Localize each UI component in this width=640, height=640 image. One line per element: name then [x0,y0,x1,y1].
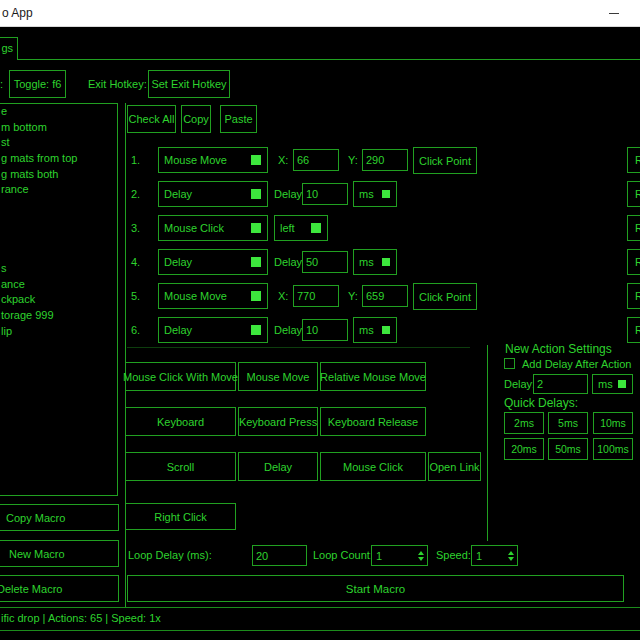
palette-button-keyboard-release[interactable]: Keyboard Release [320,407,426,436]
speed-label: Speed: [436,545,471,566]
delay-unit-dropdown[interactable]: ms [353,317,397,343]
delay-unit-dropdown[interactable]: ms [353,181,397,207]
quick-delay-button-10ms[interactable]: 10ms [593,412,633,434]
action-type-dropdown[interactable]: Mouse Move [158,283,268,309]
quick-delay-button-100ms[interactable]: 100ms [593,438,633,460]
delay-unit-dropdown-value: ms [359,188,374,200]
quick-delay-button-50ms[interactable]: 50ms [548,438,588,460]
palette-button-scroll[interactable]: Scroll [125,452,236,481]
dropdown-square-icon [251,257,261,267]
x-input[interactable] [293,149,339,171]
spin-down-icon[interactable] [508,557,514,561]
title-bar: o App [0,0,640,27]
delay-input[interactable] [302,251,348,273]
quick-delay-button-20ms[interactable]: 20ms [504,438,544,460]
new-macro-button[interactable]: New Macro [0,540,119,567]
settings-delay-label: Delay: [504,374,535,394]
palette-button-mouse-click-with-move[interactable]: Mouse Click With Move [125,362,236,391]
action-row-number: 2. [131,181,140,207]
speed-spinner[interactable]: 1 [471,545,518,566]
settings-delay-input[interactable] [533,374,588,394]
macro-list-item[interactable]: e [1,104,117,120]
delay-input[interactable] [302,183,348,205]
paste-button[interactable]: Paste [220,105,257,133]
check-all-button[interactable]: Check All [127,105,176,133]
palette-button-keyboard[interactable]: Keyboard [125,407,236,436]
action-type-dropdown[interactable]: Delay [158,181,268,207]
x-label: X: [278,147,288,173]
palette-button-mouse-move[interactable]: Mouse Move [238,362,318,391]
set-exit-hotkey-button[interactable]: Set Exit Hotkey [148,70,230,98]
palette-button-right-click[interactable]: Right Click [125,503,236,530]
action-row: 4.DelayDelaymsR [0,249,640,277]
start-macro-button[interactable]: Start Macro [127,575,624,602]
macro-list-item[interactable]: m bottom [1,120,117,136]
remove-button[interactable]: R [627,215,640,241]
delay-input[interactable] [302,319,348,341]
settings-unit-value: ms [598,378,613,390]
action-rows: 1.Mouse MoveX:Y:Click PointR2.DelayDelay… [0,141,640,346]
action-row-number: 5. [131,283,140,309]
action-type-dropdown[interactable]: Mouse Click [158,215,268,241]
action-type-dropdown[interactable]: Delay [158,317,268,343]
action-row: 2.DelayDelaymsR [0,181,640,209]
window-title: o App [2,0,33,27]
action-row-number: 4. [131,249,140,275]
spin-up-icon[interactable] [508,551,514,555]
dropdown-square-icon [251,325,261,335]
y-input[interactable] [362,149,408,171]
dropdown-square-icon [251,189,261,199]
delay-unit-dropdown[interactable]: ms [353,249,397,275]
remove-button[interactable]: R [627,317,640,343]
delete-macro-button[interactable]: Delete Macro [0,575,119,602]
tab-strip-line [0,59,640,60]
spin-down-icon[interactable] [418,557,424,561]
palette-button-delay[interactable]: Delay [238,452,318,481]
exit-hotkey-label: Exit Hotkey: [88,70,147,98]
delay-label: Delay [274,181,302,207]
copy-button[interactable]: Copy [181,105,211,133]
mouse-button-dropdown-value: left [280,222,295,234]
clipped-row-edge [127,347,470,348]
x-label: X: [278,283,288,309]
action-type-dropdown-value: Mouse Move [164,154,227,166]
toggle-hotkey-button[interactable]: Toggle: f6 [9,70,66,98]
quick-delay-button-2ms[interactable]: 2ms [504,412,544,434]
action-row: 5.Mouse MoveX:Y:Click PointR [0,283,640,311]
click-point-button[interactable]: Click Point [413,283,477,310]
action-row: 1.Mouse MoveX:Y:Click PointR [0,147,640,175]
hotkey-label-fragment: : [0,70,3,98]
remove-button[interactable]: R [627,147,640,173]
remove-button[interactable]: R [627,181,640,207]
click-point-button[interactable]: Click Point [413,147,477,174]
action-row-number: 1. [131,147,140,173]
palette-button-open-link[interactable]: Open Link [428,452,481,481]
palette-button-mouse-click[interactable]: Mouse Click [320,452,426,481]
settings-unit-dropdown[interactable]: ms [592,374,633,394]
app-window: o App gs : Toggle: f6 Exit Hotkey: Set E… [0,0,640,640]
minimize-icon[interactable] [609,13,619,14]
y-input[interactable] [362,285,408,307]
action-type-dropdown-value: Delay [164,256,192,268]
quick-delay-button-5ms[interactable]: 5ms [548,412,588,434]
remove-button[interactable]: R [627,249,640,275]
tab-settings[interactable]: gs [0,37,18,60]
loop-count-spinner[interactable]: 1 [371,545,428,566]
mouse-button-dropdown[interactable]: left [274,215,328,241]
delay-label: Delay [274,249,302,275]
loop-delay-input[interactable] [252,545,307,566]
remove-button[interactable]: R [627,283,640,309]
copy-macro-button[interactable]: Copy Macro [0,504,119,531]
action-type-dropdown[interactable]: Mouse Move [158,147,268,173]
quick-delays-label: Quick Delays: [504,396,578,410]
x-input[interactable] [293,285,339,307]
spin-up-icon[interactable] [418,551,424,555]
status-bar-bottom-line [0,630,640,631]
speed-value: 1 [476,550,482,562]
palette-button-relative-mouse-move[interactable]: Relative Mouse Move [320,362,426,391]
action-type-dropdown[interactable]: Delay [158,249,268,275]
palette-button-keyboard-press[interactable]: Keyboard Press [238,407,318,436]
dropdown-square-icon [251,223,261,233]
add-delay-checkbox[interactable] [504,358,515,369]
action-type-dropdown-value: Mouse Move [164,290,227,302]
